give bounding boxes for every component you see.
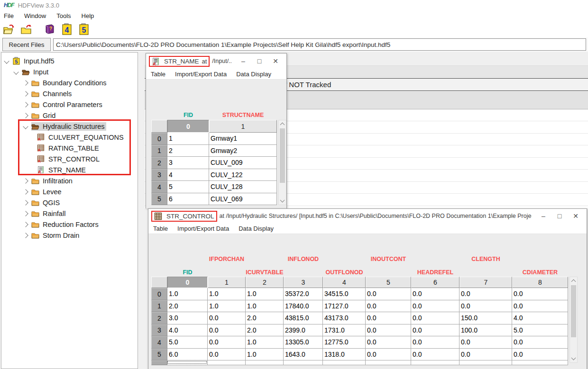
- maximize-icon[interactable]: □: [251, 57, 267, 65]
- tree-item-reduction-factors[interactable]: Reduction Factors: [1, 219, 138, 230]
- row-header-1[interactable]: 1: [151, 300, 167, 313]
- chevron-right-icon[interactable]: [23, 91, 28, 96]
- tree-item-input-hdf5[interactable]: Input.hdf5: [1, 55, 138, 66]
- cell-r3-c2[interactable]: 2.0: [246, 324, 284, 337]
- cell-r3-c1[interactable]: CULV_122: [209, 169, 277, 181]
- cell-r1-c1[interactable]: 1.0: [208, 300, 246, 313]
- corner-header-cell[interactable]: [151, 120, 167, 133]
- row-header-0[interactable]: 0: [151, 288, 167, 300]
- cell-r3-c0[interactable]: 4: [167, 169, 209, 181]
- cell-r0-c8[interactable]: 0.0: [512, 288, 568, 300]
- column-header-6[interactable]: 6: [411, 277, 459, 288]
- chevron-right-icon[interactable]: [23, 178, 28, 183]
- cell-r1-c0[interactable]: 2: [167, 145, 209, 157]
- chevron-down-icon[interactable]: [13, 69, 18, 74]
- window-menu-item-data-display[interactable]: Data Display: [236, 71, 271, 78]
- tree-item-input[interactable]: Input: [1, 66, 138, 77]
- cell-r5-c0[interactable]: 6.0: [167, 349, 208, 361]
- hdf5-file-icon[interactable]: 5: [78, 23, 90, 36]
- cell-r0-c0[interactable]: 1: [167, 133, 209, 145]
- row-header-3[interactable]: 3: [151, 169, 167, 181]
- tree-item-qgis[interactable]: QGIS: [1, 197, 138, 208]
- str-name-titlebar[interactable]: STR_NAME at /Input/... – □ ✕: [146, 54, 286, 69]
- chevron-down-icon[interactable]: [23, 124, 28, 129]
- cell-r3-c8[interactable]: 5.0: [512, 324, 568, 337]
- cell-r2-c1[interactable]: 0.0: [208, 312, 246, 324]
- cell-r5-c0[interactable]: 6: [167, 193, 209, 206]
- cell-r2-c6[interactable]: 0.0: [411, 312, 459, 324]
- cell-r0-c1[interactable]: Grnway1: [209, 133, 277, 145]
- chevron-right-icon[interactable]: [23, 102, 28, 107]
- tree-item-rating-table[interactable]: RATING_TABLE: [1, 143, 138, 153]
- app-menu-item-file[interactable]: File: [4, 12, 14, 19]
- chevron-right-icon[interactable]: [23, 80, 28, 85]
- cell-r1-c4[interactable]: 17127.0: [323, 300, 366, 313]
- close-icon[interactable]: ✕: [267, 57, 284, 65]
- column-header-1[interactable]: 1: [209, 120, 277, 133]
- column-header-3[interactable]: 3: [284, 277, 323, 288]
- scroll-up-icon[interactable]: [279, 120, 286, 128]
- cell-r3-c1[interactable]: 0.0: [208, 324, 246, 337]
- window-menu-item-table[interactable]: Table: [153, 225, 168, 232]
- close-icon[interactable]: ✕: [568, 212, 584, 220]
- tree-item-levee[interactable]: Levee: [1, 186, 138, 197]
- str-control-titlebar[interactable]: STR_CONTROL at /Input/Hydraulic Structur…: [148, 209, 587, 223]
- scrollbar-thumb[interactable]: [280, 128, 285, 183]
- window-menu-item-table[interactable]: Table: [151, 71, 165, 78]
- cell-r5-c7[interactable]: 0.0: [459, 349, 512, 361]
- tree-item-boundary-conditions[interactable]: Boundary Conditions: [1, 77, 138, 88]
- cell-r2-c4[interactable]: 43173.0: [323, 312, 366, 324]
- cell-r4-c0[interactable]: 5: [167, 181, 209, 193]
- open-file-icon[interactable]: [3, 23, 15, 36]
- scroll-up-icon[interactable]: [570, 277, 577, 285]
- cell-r4-c1[interactable]: 0.0: [208, 336, 246, 349]
- cell-r0-c7[interactable]: 0.0: [459, 288, 512, 300]
- cell-r5-c3[interactable]: 1643.0: [284, 349, 323, 361]
- cell-r0-c6[interactable]: 0.0: [411, 288, 459, 300]
- chevron-down-icon[interactable]: [4, 58, 9, 63]
- cell-r4-c3[interactable]: 13305.0: [284, 336, 323, 349]
- scroll-down-icon[interactable]: [279, 197, 286, 205]
- chevron-right-icon[interactable]: [23, 189, 28, 194]
- row-header-4[interactable]: 4: [151, 181, 167, 193]
- row-header-2[interactable]: 2: [151, 312, 167, 324]
- cell-r4-c0[interactable]: 5.0: [167, 336, 208, 349]
- column-header-4[interactable]: 4: [323, 277, 366, 288]
- column-header-0[interactable]: 0: [167, 120, 209, 133]
- maximize-icon[interactable]: □: [551, 212, 568, 220]
- column-header-5[interactable]: 5: [366, 277, 411, 288]
- cell-r4-c4[interactable]: 12775.0: [323, 336, 366, 349]
- cell-r2-c0[interactable]: 3.0: [167, 312, 208, 324]
- row-header-4[interactable]: 4: [151, 336, 167, 349]
- cell-r0-c1[interactable]: 1.0: [208, 288, 246, 300]
- vertical-scrollbar[interactable]: [570, 277, 578, 363]
- window-menu-item-import-export-data[interactable]: Import/Export Data: [175, 71, 227, 78]
- cell-r4-c8[interactable]: 0.0: [512, 336, 568, 349]
- help-book-icon[interactable]: ?: [44, 23, 56, 36]
- cell-r1-c6[interactable]: 0.0: [411, 300, 459, 313]
- tree-item-str-name[interactable]: STR_NAME: [1, 164, 138, 175]
- row-header-1[interactable]: 1: [151, 145, 167, 157]
- cell-r2-c5[interactable]: 0.0: [366, 312, 411, 324]
- hdf4-file-icon[interactable]: 4: [61, 23, 73, 36]
- cell-r1-c5[interactable]: 0.0: [366, 300, 411, 313]
- cell-r1-c2[interactable]: 1.0: [246, 300, 284, 313]
- scroll-down-icon[interactable]: [570, 355, 577, 362]
- row-header-5[interactable]: 5: [151, 193, 167, 206]
- window-menu-item-import-export-data[interactable]: Import/Export Data: [177, 225, 229, 232]
- cell-r3-c6[interactable]: 0.0: [411, 324, 459, 337]
- minimize-icon[interactable]: –: [535, 212, 551, 220]
- row-header-2[interactable]: 2: [151, 157, 167, 169]
- cell-r5-c2[interactable]: 1.0: [246, 349, 284, 361]
- row-header-3[interactable]: 3: [151, 324, 167, 337]
- tree-item-culvert-equations[interactable]: CULVERT_EQUATIONS: [1, 132, 138, 143]
- app-menu-item-help[interactable]: Help: [82, 12, 94, 19]
- column-header-8[interactable]: 8: [512, 277, 568, 288]
- tree-item-channels[interactable]: Channels: [1, 88, 138, 99]
- cell-r5-c4[interactable]: 1318.0: [323, 349, 366, 361]
- cell-r5-c5[interactable]: 0.0: [366, 349, 411, 361]
- column-header-7[interactable]: 7: [459, 277, 512, 288]
- cell-r5-c1[interactable]: 0.0: [208, 349, 246, 361]
- cell-r3-c7[interactable]: 100.0: [459, 324, 512, 337]
- cell-r2-c1[interactable]: CULV_009: [209, 157, 277, 169]
